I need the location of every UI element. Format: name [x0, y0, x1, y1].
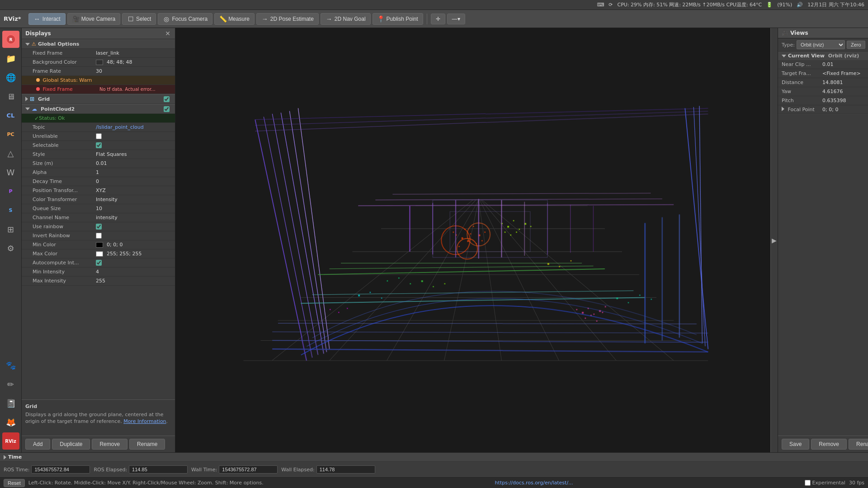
prop-decay-time-value[interactable]: 0 — [96, 178, 171, 184]
prop-queue-size-value[interactable]: 10 — [96, 206, 171, 211]
reset-button[interactable]: Reset — [4, 479, 25, 487]
prop-color-transformer-value[interactable]: Intensity — [96, 197, 171, 202]
sidebar-icon-browser2[interactable]: 🦊 — [2, 413, 19, 431]
zero-button[interactable]: Zero — [847, 41, 865, 49]
near-clip-row: Near Clip ... 0.01 — [778, 60, 868, 69]
more-information-link[interactable]: More Information — [123, 418, 166, 424]
sidebar-icon-pycharm[interactable]: P — [2, 183, 19, 200]
prop-min-color-value[interactable]: 0; 0; 0 — [96, 242, 171, 248]
current-view-header: Current View Orbit (rviz) — [778, 52, 868, 60]
target-frame-value[interactable]: <Fixed Frame> — [822, 70, 864, 76]
svg-rect-66 — [516, 231, 517, 233]
measure-button[interactable]: 📏 Measure — [214, 13, 255, 25]
prop-position-transform-value[interactable]: XYZ — [96, 188, 171, 193]
wall-time-input[interactable] — [219, 465, 278, 474]
selectable-checkbox[interactable] — [96, 142, 102, 148]
focus-camera-icon: ◎ — [163, 15, 170, 23]
prop-topic-value[interactable]: /lslidar_point_cloud — [96, 124, 171, 130]
focus-camera-button[interactable]: ◎ Focus Camera — [158, 13, 212, 25]
grid-header[interactable]: ⊞ Grid — [22, 94, 175, 104]
prop-max-intensity-label: Max Intensity — [33, 278, 96, 284]
views-rename-button[interactable]: Rename — [849, 439, 868, 450]
sidebar-icon-rviz[interactable]: R — [2, 31, 19, 48]
sidebar-icon-winrar[interactable]: PC — [2, 126, 19, 143]
wall-elapsed-input[interactable] — [316, 465, 375, 474]
experimental-checkbox[interactable] — [805, 480, 811, 486]
svg-rect-48 — [462, 237, 463, 239]
yaw-value[interactable]: 4.61676 — [822, 89, 864, 94]
duplicate-button[interactable]: Duplicate — [52, 439, 90, 450]
ros-elapsed-input[interactable] — [129, 465, 188, 474]
sidebar-icon-inkscape[interactable]: ✏ — [2, 375, 19, 393]
move-camera-icon: 🎥 — [72, 15, 80, 23]
sidebar-icon-gimp[interactable]: 🐾 — [2, 357, 19, 374]
sidebar-icon-word[interactable]: W — [2, 164, 19, 181]
nav-goal-button[interactable]: → 2D Nav Goal — [321, 13, 371, 25]
prop-alpha-value[interactable]: 1 — [96, 169, 171, 175]
global-options-label: Global Options — [38, 41, 79, 47]
prop-channel-name-value[interactable]: intensity — [96, 215, 171, 221]
grid-expand-icon — [25, 97, 28, 101]
autocompute-checkbox[interactable] — [96, 260, 102, 266]
focal-point-value[interactable]: 0; 0; 0 — [822, 107, 864, 113]
background-color-label: Background Color — [33, 59, 96, 65]
frame-rate-row: Frame Rate 30 — [22, 67, 175, 76]
sidebar-icon-chrome[interactable]: 🌐 — [2, 69, 19, 86]
pointcloud2-status-label: Status: Ok — [39, 115, 102, 121]
unreliable-checkbox[interactable] — [96, 133, 102, 139]
sidebar-icon-rednotebook[interactable]: 📓 — [2, 394, 19, 412]
rename-button[interactable]: Rename — [129, 439, 165, 450]
distance-value[interactable]: 14.8081 — [822, 80, 864, 85]
views-type-label: Type: — [782, 42, 795, 48]
background-color-row: Background Color 48; 48; 48 — [22, 58, 175, 67]
displays-panel: Displays ✕ ⚠ Global Options Fixed Frame … — [22, 28, 175, 452]
use-rainbow-checkbox[interactable] — [96, 224, 102, 230]
publish-point-button[interactable]: 📍 Publish Point — [373, 13, 423, 25]
select-button[interactable]: ☐ Select — [122, 13, 156, 25]
sidebar-icon-terminal[interactable]: 🖥 — [2, 88, 19, 105]
views-type-select[interactable]: Orbit (rviz) FPS TopDown Ortho — [797, 40, 845, 49]
right-panel-collapse-button[interactable]: ▶ — [770, 28, 778, 452]
add-button[interactable]: Add — [25, 439, 50, 450]
ros-time-label: ROS Time: — [4, 467, 29, 473]
pointcloud2-header[interactable]: ☁ PointCloud2 — [22, 104, 175, 114]
prop-max-intensity-value[interactable]: 255 — [96, 278, 171, 284]
remove-button[interactable]: Remove — [92, 439, 127, 450]
sidebar-icon-apps[interactable]: ⊞ — [2, 221, 19, 238]
grid-checkbox[interactable] — [164, 96, 170, 102]
background-color-value[interactable]: 48; 48; 48 — [96, 59, 171, 65]
near-clip-value[interactable]: 0.01 — [822, 61, 864, 67]
sidebar-icon-meshlab[interactable]: △ — [2, 145, 19, 162]
global-options-header[interactable]: ⚠ Global Options — [22, 39, 175, 49]
views-save-button[interactable]: Save — [782, 439, 809, 450]
sidebar-icon-clion[interactable]: CL — [2, 107, 19, 124]
global-options-icon: ⚠ — [32, 41, 36, 47]
views-remove-button[interactable]: Remove — [811, 439, 847, 450]
pitch-value[interactable]: 0.635398 — [822, 98, 864, 103]
prop-min-intensity-value[interactable]: 4 — [96, 269, 171, 275]
displays-close-button[interactable]: ✕ — [164, 30, 171, 37]
svg-rect-49 — [467, 240, 469, 242]
sidebar-icon-rviz2[interactable]: RViz — [2, 432, 19, 450]
interact-button[interactable]: ↔ Interact — [28, 13, 66, 25]
target-frame-row: Target Fra... <Fixed Frame> — [778, 69, 868, 78]
move-camera-button[interactable]: 🎥 Move Camera — [67, 13, 120, 25]
focal-point-expand-icon — [782, 107, 784, 111]
pointcloud2-checkbox[interactable] — [164, 106, 170, 112]
prop-decay-time: Decay Time 0 — [22, 177, 175, 186]
svg-rect-76 — [605, 306, 606, 307]
prop-size-value[interactable]: 0.01 — [96, 160, 171, 166]
invert-rainbow-checkbox[interactable] — [96, 233, 102, 239]
prop-style-value[interactable]: Flat Squares — [96, 151, 171, 157]
menu-button[interactable]: —▾ — [447, 14, 465, 24]
yaw-row: Yaw 4.61676 — [778, 87, 868, 96]
3d-viewport[interactable] — [175, 28, 770, 452]
prop-max-color-value[interactable]: 255; 255; 255 — [96, 251, 171, 257]
focal-point-label: Focal Point — [782, 107, 822, 113]
sidebar-icon-settings[interactable]: ⚙ — [2, 239, 19, 257]
sidebar-icon-slack[interactable]: S — [2, 202, 19, 219]
ros-time-input[interactable] — [31, 465, 90, 474]
sidebar-icon-files[interactable]: 📁 — [2, 50, 19, 67]
crosshair-button[interactable]: ✛ — [431, 14, 445, 24]
pose-estimate-button[interactable]: → 2D Pose Estimate — [256, 13, 319, 25]
